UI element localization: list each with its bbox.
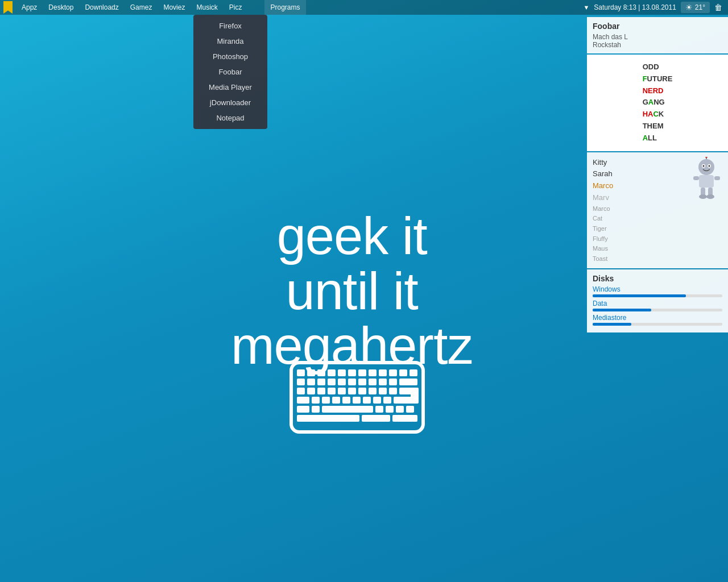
programs-button[interactable]: Programs	[264, 0, 305, 15]
svg-rect-3	[317, 369, 325, 376]
contact-extra2: Cat	[593, 214, 686, 224]
disk-data-bar-bg	[593, 309, 722, 311]
svg-rect-51	[396, 406, 404, 413]
taskbar: Appz Desktop Downloadz Gamez Moviez Musi…	[0, 0, 728, 15]
disk-mediastore-label[interactable]: Mediastore	[593, 314, 722, 322]
nav-musick[interactable]: Musick	[191, 0, 223, 15]
svg-point-60	[709, 165, 710, 167]
disk-windows: Windows	[593, 285, 722, 297]
contacts-list: Kitty Sarah Marco Marv Marco Cat Tiger F…	[593, 157, 686, 264]
svg-rect-8	[369, 369, 377, 376]
nav-picz[interactable]: Picz	[224, 0, 248, 15]
menu-item-notepad[interactable]: Notepad	[193, 110, 267, 126]
svg-rect-48	[322, 406, 373, 413]
sidebar: Foobar Mach das L Rockstah ODD FUTURE NE…	[587, 17, 728, 334]
svg-rect-65	[714, 176, 720, 180]
contact-marco[interactable]: Marco	[593, 180, 686, 192]
svg-rect-30	[358, 388, 366, 394]
svg-rect-36	[312, 397, 320, 404]
ofwgkta-widget: ODD FUTURE NERD GANG HACK THEM ALL	[587, 55, 728, 151]
foobar-track1: Mach das L	[593, 33, 722, 41]
svg-rect-25	[307, 388, 315, 394]
nav-downloadz[interactable]: Downloadz	[79, 0, 124, 15]
contact-sarah[interactable]: Sarah	[593, 168, 686, 180]
dropdown-arrow-icon[interactable]: ▼	[583, 4, 589, 11]
nav-moviez[interactable]: Moviez	[158, 0, 191, 15]
svg-rect-26	[317, 388, 325, 394]
nav-desktop[interactable]: Desktop	[43, 0, 79, 15]
svg-rect-9	[379, 369, 387, 376]
disk-data: Data	[593, 300, 722, 311]
taskbar-right: ▼ Saturday 8:13 | 13.08.2011 ☀ 21° 🗑	[583, 2, 728, 13]
svg-rect-6	[348, 369, 356, 376]
contact-extra6: Toast	[593, 254, 686, 264]
foobar-title: Foobar	[593, 22, 722, 31]
svg-rect-43	[383, 397, 391, 404]
disks-widget: Disks Windows Data Mediastore	[587, 269, 728, 332]
contacts-widget: Kitty Sarah Marco Marv Marco Cat Tiger F…	[587, 152, 728, 269]
contact-extra4: Fluffy	[593, 234, 686, 244]
svg-rect-13	[297, 379, 305, 385]
svg-rect-10	[389, 369, 397, 376]
svg-rect-35	[297, 397, 309, 404]
trash-icon[interactable]: 🗑	[714, 3, 722, 12]
menu-item-mediaplayer[interactable]: Media Player	[193, 80, 267, 95]
svg-rect-4	[328, 369, 336, 376]
menu-item-photoshop[interactable]: Photoshop	[193, 49, 267, 64]
svg-rect-55	[392, 415, 417, 422]
svg-rect-49	[375, 406, 383, 413]
taskbar-datetime: Saturday 8:13 | 13.08.2011	[594, 3, 676, 11]
svg-rect-28	[338, 388, 346, 394]
svg-rect-64	[693, 176, 699, 180]
svg-rect-29	[348, 388, 356, 394]
svg-rect-38	[332, 397, 340, 404]
svg-rect-52	[406, 406, 414, 413]
disks-title: Disks	[593, 274, 722, 283]
svg-rect-32	[379, 388, 387, 394]
contact-marv[interactable]: Marv	[593, 192, 686, 204]
menu-item-jdownloader[interactable]: jDownloader	[193, 95, 267, 110]
svg-rect-18	[348, 379, 356, 385]
svg-rect-22	[389, 379, 397, 385]
disk-windows-label[interactable]: Windows	[593, 285, 722, 293]
disk-windows-bar-bg	[593, 294, 722, 297]
disk-data-label[interactable]: Data	[593, 300, 722, 307]
svg-rect-14	[307, 379, 315, 385]
svg-rect-2	[307, 369, 315, 376]
svg-rect-54	[362, 415, 390, 422]
menu-item-firefox[interactable]: Firefox	[193, 18, 267, 34]
contact-extra5: Maus	[593, 244, 686, 254]
wallpaper-line1: geek it	[231, 209, 473, 264]
taskbar-logo	[0, 0, 16, 15]
svg-rect-1	[297, 369, 305, 376]
svg-rect-40	[353, 397, 361, 404]
svg-rect-15	[317, 379, 325, 385]
svg-rect-42	[373, 397, 381, 404]
wallpaper-line2: until it	[231, 264, 473, 319]
svg-rect-53	[297, 415, 359, 422]
menu-item-miranda[interactable]: Miranda	[193, 34, 267, 49]
svg-point-69	[706, 194, 714, 199]
contact-extra1: Marco	[593, 204, 686, 214]
contact-extra3: Tiger	[593, 224, 686, 234]
svg-rect-39	[342, 397, 350, 404]
keyboard-icon	[289, 360, 425, 434]
nav-gamez[interactable]: Gamez	[125, 0, 158, 15]
svg-rect-12	[410, 369, 417, 376]
svg-rect-27	[328, 388, 336, 394]
robot-mascot	[691, 157, 722, 202]
svg-point-59	[703, 165, 705, 167]
svg-rect-11	[399, 369, 407, 376]
svg-rect-5	[338, 369, 346, 376]
svg-rect-33	[389, 388, 397, 394]
menu-item-foobar[interactable]: Foobar	[193, 64, 267, 80]
programs-menu: Firefox Miranda Photoshop Foobar Media P…	[193, 15, 267, 129]
disk-mediastore: Mediastore	[593, 314, 722, 326]
svg-rect-37	[322, 397, 330, 404]
svg-rect-50	[386, 406, 394, 413]
contact-kitty[interactable]: Kitty	[593, 157, 686, 169]
disk-mediastore-bar-bg	[593, 323, 722, 326]
weather-icon: ☀	[685, 3, 693, 12]
svg-rect-46	[297, 406, 309, 413]
nav-appz[interactable]: Appz	[16, 0, 43, 15]
